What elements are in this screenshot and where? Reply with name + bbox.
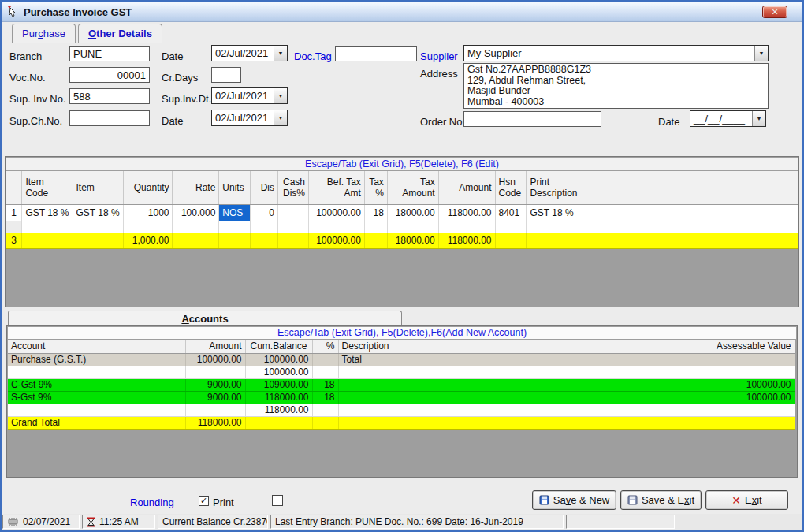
grid-cell[interactable]: 118000.00 [438,204,495,221]
grid-cell[interactable] [338,416,553,429]
grid-cell[interactable] [173,233,219,248]
grid-cell[interactable]: 8401 [495,204,527,221]
supplier-combo[interactable]: My Supplier ▼ [463,45,769,61]
grid-cell[interactable]: C-Gst 9% [8,378,185,391]
grid-cell[interactable] [73,221,123,233]
tab-purchase[interactable]: Purchase [12,24,76,43]
grid-cell[interactable]: 1,000.00 [123,233,173,248]
row-number[interactable]: 3 [6,233,22,248]
grid-cell[interactable] [123,221,173,233]
grid-cell[interactable] [278,221,309,233]
sup-inv-no-field[interactable] [69,88,150,104]
grid-cell[interactable] [553,353,795,366]
grid-cell[interactable]: S-Gst 9% [8,391,185,404]
grid-cell[interactable] [185,366,245,378]
grid-cell[interactable]: 9000.00 [185,391,245,404]
grid-cell[interactable] [527,221,798,233]
grid-cell[interactable]: 100000.00 [245,366,312,378]
grid-cell[interactable]: GST 18 % [73,204,123,221]
grid-cell[interactable]: 18 [364,204,387,221]
dropdown-arrow-icon[interactable]: ▼ [274,46,287,61]
grid-cell[interactable] [22,221,73,233]
grid-cell[interactable] [338,404,553,416]
grid-cell[interactable]: GST 18 % [22,204,73,221]
save-new-button[interactable]: Save & New [532,490,616,510]
grid-cell[interactable] [495,221,527,233]
grid-cell[interactable] [251,221,278,233]
print-checkbox[interactable]: ✓ [199,496,209,506]
sup-inv-dt-combo[interactable]: 02/Jul/2021 ▼ [211,87,288,104]
close-button[interactable]: ✕ [762,6,787,18]
grid-cell[interactable]: 9000.00 [185,378,245,391]
grid-cell[interactable] [173,221,219,233]
grid-cell[interactable]: Grand Total [8,416,185,429]
grid-cell[interactable] [73,233,123,248]
grid-cell[interactable]: 118000.00 [245,404,312,416]
grid-cell[interactable] [278,204,309,221]
grid-cell[interactable]: 100000.00 [245,353,312,366]
cr-days-field[interactable] [211,67,241,83]
secondary-checkbox[interactable] [272,495,283,506]
grid-cell[interactable]: 118000.00 [185,416,245,429]
doc-tag-field[interactable] [335,46,417,61]
grid-cell[interactable]: 118000.00 [245,391,312,404]
tab-other-details[interactable]: Other Details [78,24,162,43]
address-field[interactable]: Gst No.27AAPPB8888G1Z3 129, Abdul Rehman… [463,63,769,109]
grid-cell[interactable] [312,416,338,429]
grid-cell[interactable] [495,233,527,248]
branch-field[interactable] [69,46,150,61]
row-number[interactable] [6,221,22,233]
grid-cell[interactable] [553,366,795,378]
grid-cell[interactable] [245,416,312,429]
grid-cell[interactable]: 1000 [123,204,173,221]
grid-cell[interactable]: 18000.00 [387,233,438,248]
grid-cell[interactable]: 100000.00 [308,204,364,221]
grid-cell[interactable]: 118000.00 [438,233,495,248]
dropdown-arrow-icon[interactable]: ▼ [752,111,765,126]
grid-cell[interactable] [312,404,338,416]
grid-cell[interactable] [387,221,438,233]
grid-cell-selected[interactable]: NOS [219,204,251,221]
grid-cell[interactable] [219,233,251,248]
row-number[interactable]: 1 [6,204,22,221]
grid-cell[interactable] [438,221,495,233]
grid-cell[interactable] [219,221,251,233]
grid-cell[interactable] [22,233,73,248]
grid-cell[interactable]: 18 [312,391,338,404]
grid-cell[interactable]: 100000.00 [553,378,795,391]
grid-cell[interactable]: 100.000 [173,204,219,221]
grid-cell[interactable]: 109000.00 [245,378,312,391]
grid-cell[interactable] [553,416,795,429]
grid-cell[interactable] [312,366,338,378]
grid-cell[interactable] [308,221,364,233]
save-exit-button[interactable]: Save & Exit [620,490,702,510]
grid-cell[interactable] [312,353,338,366]
voc-no-field[interactable] [69,67,150,83]
grid-cell[interactable]: 100000.00 [185,353,245,366]
grid-cell[interactable] [364,233,387,248]
grid-cell[interactable]: Purchase (G.S.T.) [8,353,185,366]
grid-cell[interactable]: 100000.00 [553,391,795,404]
grid-cell[interactable] [8,366,185,378]
grid-cell[interactable] [185,404,245,416]
dropdown-arrow-icon[interactable]: ▼ [274,88,287,103]
grid-cell[interactable]: GST 18 % [527,204,798,221]
date2-combo[interactable]: 02/Jul/2021 ▼ [211,110,288,126]
grid-cell[interactable] [8,404,185,416]
grid-cell[interactable]: Total [338,353,553,366]
order-no-field[interactable] [463,111,601,127]
order-date-combo[interactable]: __/__/____ ▼ [690,110,766,127]
grid-cell[interactable]: 100000.00 [308,233,364,248]
dropdown-arrow-icon[interactable]: ▼ [274,110,287,125]
grid-cell[interactable]: 0 [251,204,278,221]
grid-cell[interactable] [338,378,553,391]
grid-cell[interactable] [553,404,795,416]
grid-cell[interactable] [338,391,553,404]
grid-cell[interactable] [338,366,553,378]
date-combo[interactable]: 02/Jul/2021 ▼ [211,45,288,61]
grid-cell[interactable]: 18000.00 [387,204,438,221]
grid-cell[interactable] [278,233,309,248]
grid-cell[interactable]: 18 [312,378,338,391]
exit-button[interactable]: ✕ Exit [705,490,788,510]
grid-cell[interactable] [251,233,278,248]
